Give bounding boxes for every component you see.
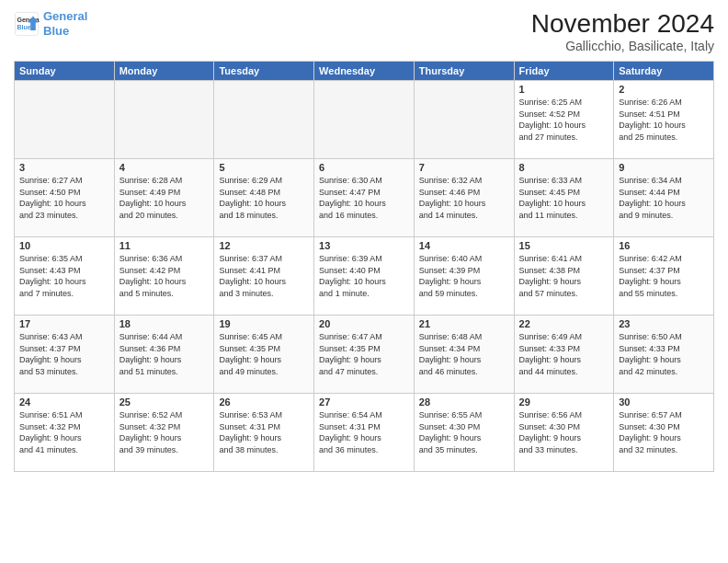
calendar-week-2: 10Sunrise: 6:35 AM Sunset: 4:43 PM Dayli…: [15, 237, 714, 316]
day-info: Sunrise: 6:50 AM Sunset: 4:33 PM Dayligh…: [619, 331, 709, 377]
day-info: Sunrise: 6:44 AM Sunset: 4:36 PM Dayligh…: [119, 331, 210, 377]
day-number: 13: [319, 240, 409, 251]
day-info: Sunrise: 6:57 AM Sunset: 4:30 PM Dayligh…: [619, 409, 709, 455]
day-info: Sunrise: 6:51 AM Sunset: 4:32 PM Dayligh…: [19, 409, 109, 455]
day-number: 30: [619, 396, 709, 408]
day-info: Sunrise: 6:47 AM Sunset: 4:35 PM Dayligh…: [319, 331, 409, 377]
day-info: Sunrise: 6:36 AM Sunset: 4:42 PM Dayligh…: [119, 253, 210, 299]
calendar-cell-22: 22Sunrise: 6:49 AM Sunset: 4:33 PM Dayli…: [514, 316, 614, 394]
calendar-cell-21: 21Sunrise: 6:48 AM Sunset: 4:34 PM Dayli…: [414, 316, 514, 394]
weekday-header-tuesday: Tuesday: [214, 62, 314, 81]
calendar-cell-19: 19Sunrise: 6:45 AM Sunset: 4:35 PM Dayli…: [214, 316, 314, 394]
location-title: Gallicchio, Basilicate, Italy: [531, 39, 714, 53]
day-info: Sunrise: 6:39 AM Sunset: 4:40 PM Dayligh…: [319, 253, 409, 299]
day-info: Sunrise: 6:30 AM Sunset: 4:47 PM Dayligh…: [319, 175, 409, 221]
calendar-cell-11: 11Sunrise: 6:36 AM Sunset: 4:42 PM Dayli…: [114, 237, 214, 316]
calendar-cell-empty: [214, 81, 314, 159]
day-info: Sunrise: 6:55 AM Sunset: 4:30 PM Dayligh…: [419, 409, 509, 455]
calendar-cell-28: 28Sunrise: 6:55 AM Sunset: 4:30 PM Dayli…: [414, 394, 514, 472]
day-number: 10: [19, 240, 109, 251]
day-number: 17: [19, 318, 109, 329]
calendar-cell-10: 10Sunrise: 6:35 AM Sunset: 4:43 PM Dayli…: [15, 237, 115, 316]
day-number: 3: [19, 162, 109, 173]
title-block: November 2024 Gallicchio, Basilicate, It…: [531, 9, 714, 53]
day-number: 26: [219, 396, 309, 408]
day-number: 28: [419, 396, 509, 408]
day-number: 6: [319, 162, 409, 173]
day-number: 22: [519, 318, 609, 329]
calendar-cell-26: 26Sunrise: 6:53 AM Sunset: 4:31 PM Dayli…: [214, 394, 314, 472]
calendar-cell-empty: [414, 81, 514, 159]
day-number: 24: [19, 396, 109, 408]
day-number: 27: [319, 396, 409, 408]
calendar-cell-13: 13Sunrise: 6:39 AM Sunset: 4:40 PM Dayli…: [314, 237, 415, 316]
calendar-cell-9: 9Sunrise: 6:34 AM Sunset: 4:44 PM Daylig…: [614, 159, 714, 237]
logo: General Blue General Blue: [14, 9, 87, 38]
logo-blue: Blue: [43, 24, 69, 38]
day-info: Sunrise: 6:42 AM Sunset: 4:37 PM Dayligh…: [619, 253, 709, 299]
day-info: Sunrise: 6:41 AM Sunset: 4:38 PM Dayligh…: [519, 253, 609, 299]
month-title: November 2024: [531, 9, 714, 39]
day-info: Sunrise: 6:40 AM Sunset: 4:39 PM Dayligh…: [419, 253, 509, 299]
day-number: 18: [119, 318, 210, 329]
svg-text:Blue: Blue: [17, 23, 31, 29]
calendar-week-3: 17Sunrise: 6:43 AM Sunset: 4:37 PM Dayli…: [15, 316, 714, 394]
calendar-cell-1: 1Sunrise: 6:25 AM Sunset: 4:52 PM Daylig…: [514, 81, 614, 159]
calendar-cell-30: 30Sunrise: 6:57 AM Sunset: 4:30 PM Dayli…: [614, 394, 714, 472]
calendar-cell-6: 6Sunrise: 6:30 AM Sunset: 4:47 PM Daylig…: [314, 159, 415, 237]
day-info: Sunrise: 6:54 AM Sunset: 4:31 PM Dayligh…: [319, 409, 409, 455]
day-info: Sunrise: 6:56 AM Sunset: 4:30 PM Dayligh…: [519, 409, 609, 455]
day-number: 11: [119, 240, 210, 251]
day-number: 12: [219, 240, 309, 251]
calendar-cell-17: 17Sunrise: 6:43 AM Sunset: 4:37 PM Dayli…: [15, 316, 115, 394]
calendar-cell-27: 27Sunrise: 6:54 AM Sunset: 4:31 PM Dayli…: [314, 394, 415, 472]
day-number: 1: [519, 84, 609, 95]
day-number: 29: [519, 396, 609, 408]
day-info: Sunrise: 6:34 AM Sunset: 4:44 PM Dayligh…: [619, 175, 709, 221]
day-number: 19: [219, 318, 309, 329]
day-info: Sunrise: 6:48 AM Sunset: 4:34 PM Dayligh…: [419, 331, 509, 377]
calendar-cell-2: 2Sunrise: 6:26 AM Sunset: 4:51 PM Daylig…: [614, 81, 714, 159]
day-info: Sunrise: 6:49 AM Sunset: 4:33 PM Dayligh…: [519, 331, 609, 377]
day-info: Sunrise: 6:33 AM Sunset: 4:45 PM Dayligh…: [519, 175, 609, 221]
day-number: 14: [419, 240, 509, 251]
day-number: 9: [619, 162, 709, 173]
day-info: Sunrise: 6:53 AM Sunset: 4:31 PM Dayligh…: [219, 409, 309, 455]
calendar-table: SundayMondayTuesdayWednesdayThursdayFrid…: [14, 61, 714, 472]
day-number: 23: [619, 318, 709, 329]
day-info: Sunrise: 6:27 AM Sunset: 4:50 PM Dayligh…: [19, 175, 109, 221]
logo-general: General: [43, 9, 87, 23]
day-number: 20: [319, 318, 409, 329]
calendar-cell-empty: [314, 81, 415, 159]
weekday-header-thursday: Thursday: [414, 62, 514, 81]
day-info: Sunrise: 6:45 AM Sunset: 4:35 PM Dayligh…: [219, 331, 309, 377]
calendar-week-4: 24Sunrise: 6:51 AM Sunset: 4:32 PM Dayli…: [15, 394, 714, 472]
logo-icon: General Blue: [14, 11, 40, 37]
day-info: Sunrise: 6:32 AM Sunset: 4:46 PM Dayligh…: [419, 175, 509, 221]
calendar-cell-7: 7Sunrise: 6:32 AM Sunset: 4:46 PM Daylig…: [414, 159, 514, 237]
day-number: 21: [419, 318, 509, 329]
day-number: 2: [619, 84, 709, 95]
header: General Blue General Blue November 2024 …: [14, 9, 714, 53]
calendar-cell-14: 14Sunrise: 6:40 AM Sunset: 4:39 PM Dayli…: [414, 237, 514, 316]
day-info: Sunrise: 6:37 AM Sunset: 4:41 PM Dayligh…: [219, 253, 309, 299]
day-number: 16: [619, 240, 709, 251]
weekday-header-monday: Monday: [114, 62, 214, 81]
day-info: Sunrise: 6:43 AM Sunset: 4:37 PM Dayligh…: [19, 331, 109, 377]
calendar-cell-29: 29Sunrise: 6:56 AM Sunset: 4:30 PM Dayli…: [514, 394, 614, 472]
calendar-cell-empty: [15, 81, 115, 159]
logo-text: General Blue: [43, 9, 87, 38]
day-info: Sunrise: 6:26 AM Sunset: 4:51 PM Dayligh…: [619, 97, 709, 143]
calendar-cell-24: 24Sunrise: 6:51 AM Sunset: 4:32 PM Dayli…: [15, 394, 115, 472]
calendar-cell-3: 3Sunrise: 6:27 AM Sunset: 4:50 PM Daylig…: [15, 159, 115, 237]
calendar-cell-empty: [114, 81, 214, 159]
calendar-cell-25: 25Sunrise: 6:52 AM Sunset: 4:32 PM Dayli…: [114, 394, 214, 472]
calendar-cell-16: 16Sunrise: 6:42 AM Sunset: 4:37 PM Dayli…: [614, 237, 714, 316]
calendar-cell-8: 8Sunrise: 6:33 AM Sunset: 4:45 PM Daylig…: [514, 159, 614, 237]
calendar-cell-23: 23Sunrise: 6:50 AM Sunset: 4:33 PM Dayli…: [614, 316, 714, 394]
calendar-week-1: 3Sunrise: 6:27 AM Sunset: 4:50 PM Daylig…: [15, 159, 714, 237]
weekday-header-row: SundayMondayTuesdayWednesdayThursdayFrid…: [15, 62, 714, 81]
day-number: 4: [119, 162, 210, 173]
day-number: 25: [119, 396, 210, 408]
weekday-header-saturday: Saturday: [614, 62, 714, 81]
